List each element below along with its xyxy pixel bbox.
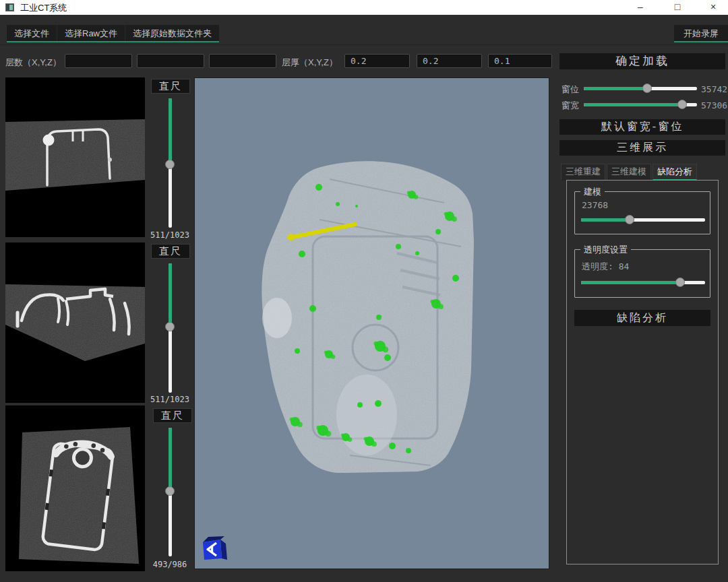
tab-defect-analysis[interactable]: 缺陷分析	[653, 164, 697, 181]
opacity-slider[interactable]	[581, 277, 705, 288]
slice-slider-1[interactable]	[164, 98, 175, 228]
layers-y-input[interactable]	[137, 54, 204, 68]
header-separator	[0, 44, 728, 45]
layers-z-input[interactable]	[209, 54, 276, 68]
orientation-cube-logo	[200, 535, 229, 563]
select-file-button[interactable]: 选择文件	[7, 25, 57, 41]
close-button[interactable]: ×	[700, 0, 727, 15]
app-icon	[5, 3, 14, 11]
tab-3d-modeling[interactable]: 三维建模	[607, 164, 651, 181]
ct-slice-front-view[interactable]	[5, 243, 145, 403]
ct-slice-front-image	[5, 243, 145, 403]
window-title: 工业CT系统	[20, 2, 67, 14]
window-width-slider[interactable]	[584, 99, 697, 110]
slider-handle[interactable]	[642, 84, 652, 93]
3d-render	[195, 78, 549, 569]
modeling-value: 23768	[582, 200, 608, 210]
thickness-y-input[interactable]	[417, 54, 482, 68]
ct-slice-side-image	[5, 406, 145, 571]
analysis-tabs: 三维重建 三维建模 缺陷分析	[561, 164, 697, 181]
thickness-label: 层厚（X,Y,Z）	[282, 57, 338, 69]
slider-handle[interactable]	[165, 160, 175, 169]
opacity-value-label: 透明度: 84	[582, 261, 629, 273]
thickness-z-input[interactable]	[488, 54, 552, 68]
slice-position-1: 511/1023	[146, 230, 194, 240]
defect-analysis-button[interactable]: 缺陷分析	[574, 310, 710, 326]
ruler-button-2[interactable]: 直尺	[151, 244, 190, 259]
maximize-button[interactable]: □	[664, 0, 691, 15]
layers-label: 层数（X,Y,Z）	[5, 57, 61, 69]
3d-display-button[interactable]: 三维展示	[559, 140, 725, 156]
slider-handle[interactable]	[165, 322, 175, 331]
opacity-groupbox: 透明度设置 透明度: 84	[574, 249, 710, 298]
ct-slice-top-image	[5, 77, 145, 237]
modeling-group-title: 建模	[580, 186, 605, 198]
modeling-slider[interactable]	[581, 214, 705, 225]
confirm-load-button[interactable]: 确定加载	[559, 53, 725, 69]
select-raw-folder-button[interactable]: 选择原始数据文件夹	[125, 25, 219, 41]
ct-slice-side-view[interactable]	[5, 406, 145, 571]
slice-position-2: 511/1023	[146, 395, 194, 404]
default-window-button[interactable]: 默认窗宽-窗位	[559, 119, 725, 135]
modeling-groupbox: 建模 23768	[574, 191, 710, 234]
file-toolbar: 选择文件 选择Raw文件 选择原始数据文件夹	[7, 25, 219, 42]
thickness-x-input[interactable]	[344, 54, 410, 68]
ct-slice-top-view[interactable]	[5, 77, 145, 237]
ruler-button-1[interactable]: 直尺	[151, 79, 190, 94]
start-recording-button[interactable]: 开始录屏	[674, 25, 728, 42]
slice-slider-3[interactable]	[164, 428, 175, 556]
ruler-button-3[interactable]: 直尺	[153, 408, 192, 423]
window-level-value: 35742	[701, 84, 727, 94]
opacity-group-title: 透明度设置	[580, 244, 631, 256]
slider-handle[interactable]	[677, 100, 687, 109]
layers-x-input[interactable]	[65, 54, 132, 68]
window-width-label: 窗宽	[562, 100, 579, 112]
slider-handle[interactable]	[625, 215, 634, 224]
tab-3d-reconstruction[interactable]: 三维重建	[561, 164, 605, 181]
minimize-button[interactable]: –	[627, 0, 654, 15]
slice-position-3: 493/986	[146, 560, 194, 569]
industrial-ct-app-window: 工业CT系统 – □ × 选择文件 选择Raw文件 选择原始数据文件夹 开始录屏…	[0, 0, 728, 582]
select-raw-file-button[interactable]: 选择Raw文件	[57, 25, 125, 41]
slider-handle[interactable]	[675, 278, 685, 287]
slider-handle[interactable]	[165, 486, 175, 496]
3d-viewport[interactable]	[194, 77, 549, 569]
slice-slider-2[interactable]	[164, 263, 175, 393]
title-bar: 工业CT系统 – □ ×	[0, 0, 728, 15]
defect-analysis-panel: 建模 23768 透明度设置 透明度: 84 缺陷分析	[566, 180, 719, 564]
window-level-label: 窗位	[562, 84, 579, 96]
window-level-slider[interactable]	[584, 83, 697, 94]
window-width-value: 57306	[701, 100, 727, 110]
